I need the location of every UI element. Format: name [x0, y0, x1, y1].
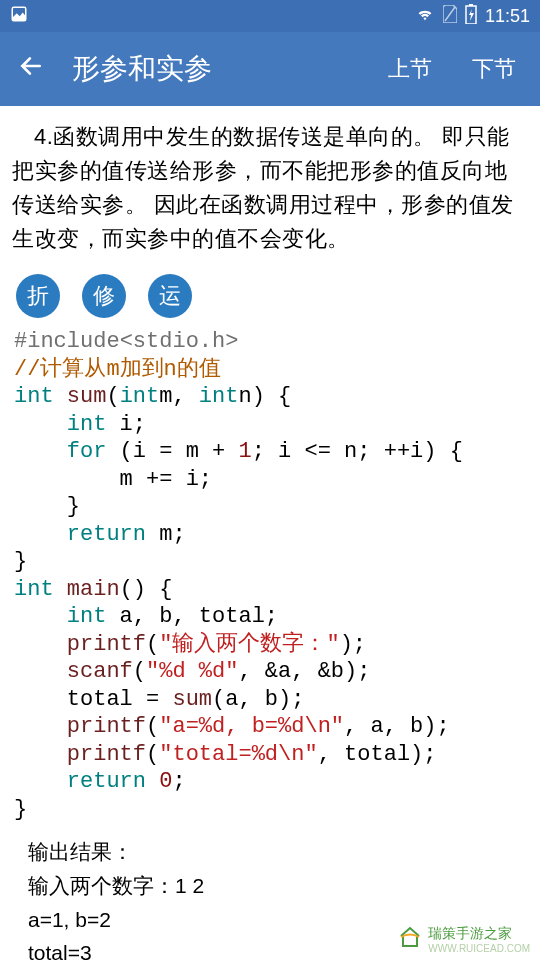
- code-line: }: [14, 797, 27, 822]
- code-line: int sum(intm, intn) {: [14, 384, 291, 409]
- code-line: int a, b, total;: [14, 604, 278, 629]
- code-line: }: [14, 494, 80, 519]
- run-button[interactable]: 运: [148, 274, 192, 318]
- back-button[interactable]: [18, 53, 44, 86]
- code-line: scanf("%d %d", &a, &b);: [14, 659, 370, 684]
- watermark-text: 瑞策手游之家: [428, 925, 512, 941]
- output-line: 输入两个数字：1 2: [28, 869, 528, 903]
- code-line: }: [14, 549, 27, 574]
- code-line: for (i = m + 1; i <= n; ++i) {: [14, 439, 463, 464]
- app-bar: 形参和实参 上节 下节: [0, 32, 540, 106]
- code-line: #include<stdio.h>: [14, 329, 238, 354]
- svg-line-1: [445, 7, 455, 21]
- code-line: total = sum(a, b);: [14, 687, 304, 712]
- next-chapter-button[interactable]: 下节: [466, 54, 522, 84]
- code-toolbar: 折 修 运: [16, 274, 528, 318]
- sim-icon: [443, 5, 457, 28]
- prev-chapter-button[interactable]: 上节: [382, 54, 438, 84]
- battery-icon: [465, 4, 477, 29]
- explanation-paragraph: 4.函数调用中发生的数据传送是单向的。 即只能把实参的值传送给形参，而不能把形参…: [12, 120, 528, 256]
- status-bar: 11:51: [0, 0, 540, 32]
- watermark: 瑞策手游之家 WWW.RUICEAD.COM: [398, 925, 530, 954]
- code-line: printf("total=%d\n", total);: [14, 742, 437, 767]
- code-line: printf("a=%d, b=%d\n", a, b);: [14, 714, 450, 739]
- house-icon: [398, 926, 422, 953]
- code-line: return m;: [14, 522, 186, 547]
- code-line: printf("输入两个数字：");: [14, 632, 366, 657]
- content-area: 4.函数调用中发生的数据传送是单向的。 即只能把实参的值传送给形参，而不能把形参…: [0, 106, 540, 960]
- code-line: m += i;: [14, 467, 212, 492]
- edit-button[interactable]: 修: [82, 274, 126, 318]
- page-title: 形参和实参: [72, 50, 354, 88]
- wifi-icon: [415, 6, 435, 27]
- output-title: 输出结果：: [28, 835, 528, 869]
- code-line: return 0;: [14, 769, 186, 794]
- code-comment: //计算从m加到n的值: [14, 357, 221, 382]
- code-block: #include<stdio.h> //计算从m加到n的值 int sum(in…: [14, 328, 528, 823]
- picture-icon: [10, 5, 28, 28]
- code-line: int i;: [14, 412, 146, 437]
- watermark-url: WWW.RUICEAD.COM: [428, 943, 530, 954]
- fold-button[interactable]: 折: [16, 274, 60, 318]
- status-time: 11:51: [485, 6, 530, 27]
- code-line: int main() {: [14, 577, 172, 602]
